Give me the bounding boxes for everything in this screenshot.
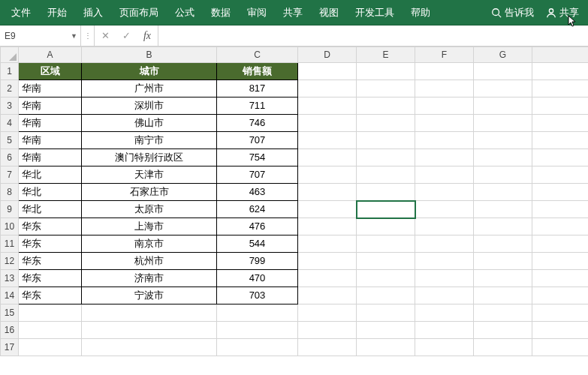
cell-B11[interactable]: 南京市 — [82, 236, 217, 253]
cell-G6[interactable] — [474, 149, 532, 166]
cell-F11[interactable] — [415, 236, 474, 253]
cell-E3[interactable] — [357, 98, 415, 115]
cell-E11[interactable] — [357, 236, 415, 253]
cell-A9[interactable]: 华北 — [19, 201, 82, 218]
cell-A4[interactable]: 华南 — [19, 115, 82, 132]
ribbon-tab-share[interactable]: 共享 — [275, 0, 311, 26]
cell-F12[interactable] — [415, 253, 474, 270]
cell-A7[interactable]: 华北 — [19, 166, 82, 184]
cell-D2[interactable] — [298, 80, 357, 98]
cell-G1[interactable] — [474, 63, 532, 80]
row-header-2[interactable]: 2 — [1, 80, 19, 98]
cell-E2[interactable] — [357, 80, 415, 98]
cell-F4[interactable] — [415, 115, 474, 132]
cell-G12[interactable] — [474, 253, 532, 270]
cell-G15[interactable] — [474, 304, 532, 322]
cell-D3[interactable] — [298, 98, 357, 115]
cancel-formula-button[interactable]: ✕ — [95, 26, 116, 46]
cell-F9[interactable] — [415, 201, 474, 218]
name-box-expand[interactable]: ⋮ — [81, 26, 95, 46]
cell-F2[interactable] — [415, 80, 474, 98]
cell-E7[interactable] — [357, 166, 415, 184]
cell-B12[interactable]: 杭州市 — [82, 253, 217, 270]
worksheet-grid[interactable]: ABCDEFG 1区域城市销售额2华南广州市8173华南深圳市7114华南佛山市… — [0, 46, 588, 375]
formula-input[interactable] — [158, 26, 588, 46]
cell-B2[interactable]: 广州市 — [82, 80, 217, 98]
cell-G8[interactable] — [474, 184, 532, 201]
ribbon-tab-developer[interactable]: 开发工具 — [347, 0, 403, 26]
cell-E13[interactable] — [357, 270, 415, 287]
cell-A12[interactable]: 华东 — [19, 253, 82, 270]
cell-B17[interactable] — [82, 339, 217, 356]
cell-F10[interactable] — [415, 218, 474, 236]
cell-G13[interactable] — [474, 270, 532, 287]
row-header-1[interactable]: 1 — [1, 63, 19, 80]
row-header-12[interactable]: 12 — [1, 253, 19, 270]
cell-C17[interactable] — [217, 339, 298, 356]
cell-C4[interactable]: 746 — [217, 115, 298, 132]
name-box-dropdown-icon[interactable]: ▼ — [71, 32, 77, 40]
cell-C6[interactable]: 754 — [217, 149, 298, 166]
row-header-6[interactable]: 6 — [1, 149, 19, 166]
cell-G3[interactable] — [474, 98, 532, 115]
row-header-3[interactable]: 3 — [1, 98, 19, 115]
cell-A8[interactable]: 华北 — [19, 184, 82, 201]
cell-C15[interactable] — [217, 304, 298, 322]
row-header-9[interactable]: 9 — [1, 201, 19, 218]
ribbon-tab-home[interactable]: 开始 — [39, 0, 75, 26]
cell-B13[interactable]: 济南市 — [82, 270, 217, 287]
ribbon-tab-insert[interactable]: 插入 — [75, 0, 111, 26]
tell-me-search[interactable]: 告诉我 — [485, 0, 540, 26]
cell-F1[interactable] — [415, 63, 474, 80]
cell-C1[interactable]: 销售额 — [217, 63, 298, 80]
cell-G16[interactable] — [474, 322, 532, 339]
cell-A3[interactable]: 华南 — [19, 98, 82, 115]
cell-F5[interactable] — [415, 132, 474, 149]
cell-E9[interactable] — [357, 201, 415, 218]
cell-E4[interactable] — [357, 115, 415, 132]
cell-D5[interactable] — [298, 132, 357, 149]
cell-C9[interactable]: 624 — [217, 201, 298, 218]
cell-B3[interactable]: 深圳市 — [82, 98, 217, 115]
cell-D15[interactable] — [298, 304, 357, 322]
cell-A2[interactable]: 华南 — [19, 80, 82, 98]
cell-F13[interactable] — [415, 270, 474, 287]
col-header-A[interactable]: A — [19, 47, 82, 63]
cell-G7[interactable] — [474, 166, 532, 184]
cell-D16[interactable] — [298, 322, 357, 339]
cell-B16[interactable] — [82, 322, 217, 339]
cell-A1[interactable]: 区域 — [19, 63, 82, 80]
cell-C7[interactable]: 707 — [217, 166, 298, 184]
ribbon-tab-file[interactable]: 文件 — [3, 0, 39, 26]
row-header-13[interactable]: 13 — [1, 270, 19, 287]
cell-A10[interactable]: 华东 — [19, 218, 82, 236]
cell-F15[interactable] — [415, 304, 474, 322]
cell-C11[interactable]: 544 — [217, 236, 298, 253]
row-header-5[interactable]: 5 — [1, 132, 19, 149]
col-header-E[interactable]: E — [357, 47, 415, 63]
cell-B6[interactable]: 澳门特别行政区 — [82, 149, 217, 166]
cell-B7[interactable]: 天津市 — [82, 166, 217, 184]
cell-D12[interactable] — [298, 253, 357, 270]
cell-A6[interactable]: 华南 — [19, 149, 82, 166]
cell-G14[interactable] — [474, 287, 532, 304]
cell-B9[interactable]: 太原市 — [82, 201, 217, 218]
ribbon-tab-help[interactable]: 帮助 — [403, 0, 439, 26]
cell-B15[interactable] — [82, 304, 217, 322]
row-header-4[interactable]: 4 — [1, 115, 19, 132]
cell-D1[interactable] — [298, 63, 357, 80]
cell-A17[interactable] — [19, 339, 82, 356]
cell-C16[interactable] — [217, 322, 298, 339]
ribbon-tab-formulas[interactable]: 公式 — [167, 0, 203, 26]
cell-E5[interactable] — [357, 132, 415, 149]
cell-E14[interactable] — [357, 287, 415, 304]
ribbon-tab-data[interactable]: 数据 — [203, 0, 239, 26]
cell-C14[interactable]: 703 — [217, 287, 298, 304]
cell-A11[interactable]: 华东 — [19, 236, 82, 253]
ribbon-tab-review[interactable]: 审阅 — [239, 0, 275, 26]
cell-F7[interactable] — [415, 166, 474, 184]
cell-D4[interactable] — [298, 115, 357, 132]
cell-D13[interactable] — [298, 270, 357, 287]
cell-F16[interactable] — [415, 322, 474, 339]
cell-A14[interactable]: 华东 — [19, 287, 82, 304]
